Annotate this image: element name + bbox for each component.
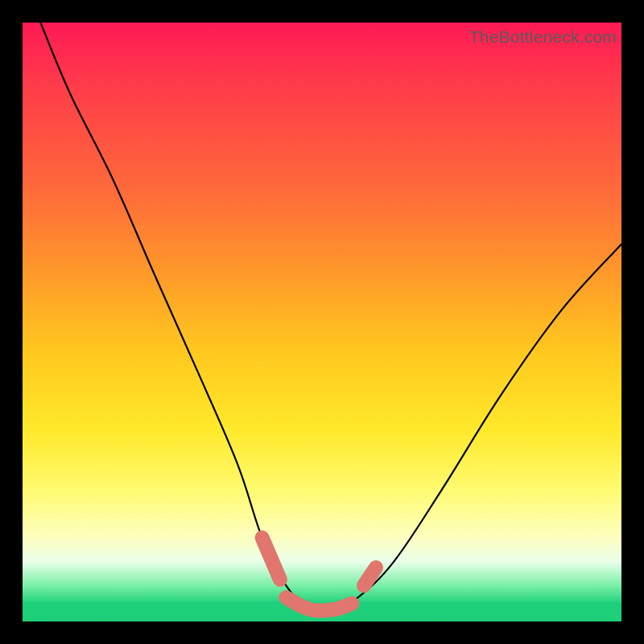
marker-highlight-right	[364, 568, 376, 585]
bottleneck-curve	[40, 23, 621, 612]
chart-svg	[23, 23, 621, 621]
markers-group	[262, 538, 376, 611]
plot-area: TheBottleneck.com	[23, 23, 621, 621]
marker-highlight-bottom	[286, 597, 352, 610]
chart-frame: TheBottleneck.com	[0, 0, 644, 644]
marker-highlight-left	[262, 538, 280, 580]
